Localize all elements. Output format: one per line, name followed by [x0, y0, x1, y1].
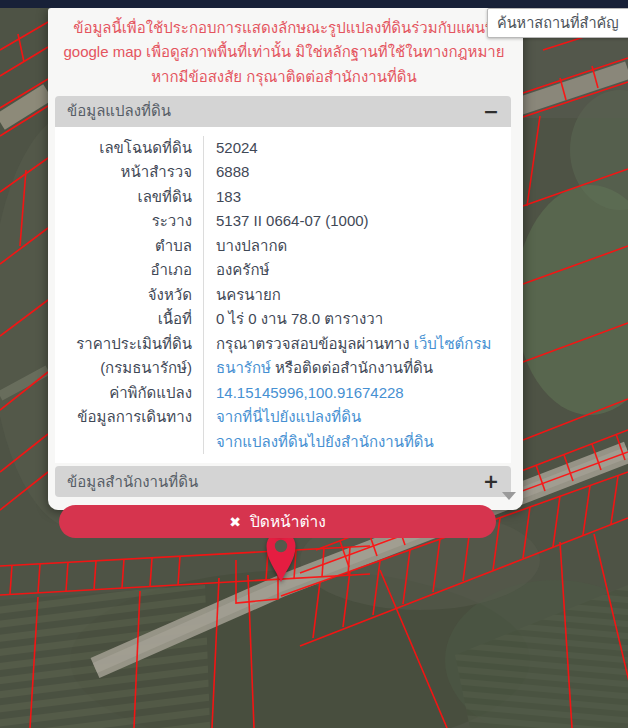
field-row-district: อำเภอ องครักษ์	[55, 258, 511, 283]
field-row-survey-page: หน้าสำรวจ 6888	[55, 160, 511, 185]
field-row-land-number: เลขที่ดิน 183	[55, 185, 511, 210]
field-row-travel-info-2: จากแปลงที่ดินไปยังสำนักงานที่ดิน	[55, 430, 511, 455]
close-window-button[interactable]: ✖ ปิดหน้าต่าง	[59, 505, 496, 538]
parcel-panel-header[interactable]: ข้อมูลแปลงที่ดิน −	[55, 96, 511, 127]
parcel-panel-title: ข้อมูลแปลงที่ดิน	[67, 99, 171, 123]
directions-to-parcel-link[interactable]: จากที่นี่ไปยังแปลงที่ดิน	[216, 408, 361, 425]
field-row-appraisal-price: ราคาประเมินที่ดิน (กรมธนารักษ์) กรุณาตรว…	[55, 332, 511, 381]
field-row-area: เนื้อที่ 0 ไร่ 0 งาน 78.0 ตารางวา	[55, 307, 511, 332]
field-row-province: จังหวัด นครนายก	[55, 283, 511, 308]
field-row-deed-number: เลขโฉนดที่ดิน 52024	[55, 136, 511, 161]
top-navy-bar	[0, 0, 628, 8]
expand-plus-icon[interactable]: +	[483, 472, 499, 491]
field-row-coordinates: ค่าพิกัดแปลง 14.15145996,100.91674228	[55, 381, 511, 406]
field-row-subdistrict: ตำบล บางปลากด	[55, 234, 511, 259]
field-row-travel-info: ข้อมูลการเดินทาง จากที่นี่ไปยังแปลงที่ดิ…	[55, 405, 511, 430]
parcel-info-popup: ข้อมูลนี้เพื่อใช้ประกอบการแสดงลักษณะรูปแ…	[48, 8, 523, 510]
parcel-coordinates-link[interactable]: 14.15145996,100.91674228	[216, 384, 404, 401]
directions-parcel-to-office-link[interactable]: จากแปลงที่ดินไปยังสำนักงานที่ดิน	[216, 433, 434, 450]
map-disclaimer-text: ข้อมูลนี้เพื่อใช้ประกอบการแสดงลักษณะรูปแ…	[57, 16, 511, 89]
map-marker-icon[interactable]	[263, 530, 299, 584]
search-input[interactable]	[487, 8, 628, 38]
parcel-panel-body: เลขโฉนดที่ดิน 52024 หน้าสำรวจ 6888 เลขที…	[55, 127, 511, 464]
scroll-down-icon[interactable]	[502, 492, 516, 500]
field-row-map-sheet: ระวาง 5137 II 0664-07 (1000)	[55, 209, 511, 234]
collapse-minus-icon[interactable]: −	[483, 102, 499, 121]
land-office-panel-header[interactable]: ข้อมูลสำนักงานที่ดิน +	[55, 466, 511, 497]
land-office-panel-title: ข้อมูลสำนักงานที่ดิน	[67, 470, 198, 494]
close-icon: ✖	[229, 514, 241, 530]
